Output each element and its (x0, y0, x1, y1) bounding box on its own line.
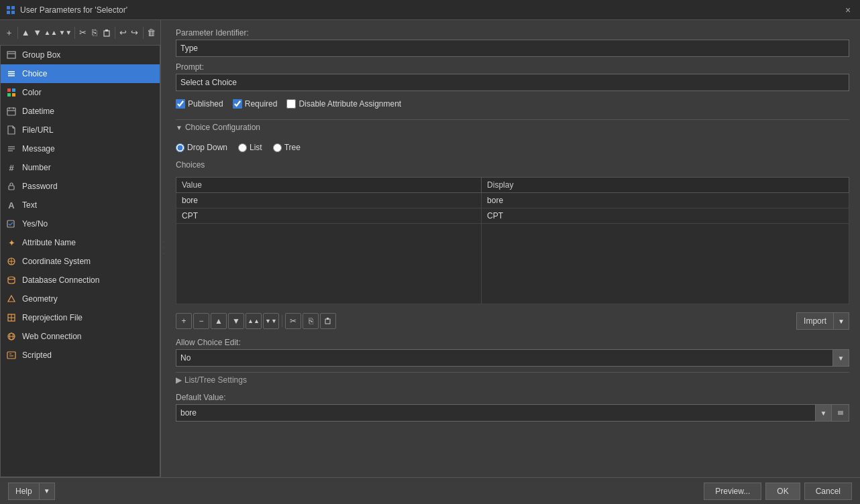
parameter-identifier-section: Parameter Identifier: (176, 28, 849, 57)
table-row[interactable]: CPT CPT (176, 208, 849, 224)
svg-rect-3 (11, 11, 15, 14)
import-button[interactable]: Import (796, 312, 834, 330)
help-dropdown-button[interactable]: ▼ (40, 483, 55, 500)
menu-item-text[interactable]: A Text (1, 196, 160, 214)
remove-row-button[interactable]: − (193, 313, 209, 329)
choice-configuration-header[interactable]: ▼ Choice Configuration (176, 119, 849, 135)
menu-item-choice[interactable]: Choice (1, 64, 160, 83)
number-label: Number (22, 163, 51, 172)
redo-button[interactable]: ↪ (129, 25, 140, 41)
table-cell-value: CPT (176, 208, 482, 224)
cut-button[interactable]: ✂ (78, 25, 89, 41)
import-dropdown-button[interactable]: ▼ (834, 312, 849, 330)
web-connection-label: Web Connection (22, 332, 82, 341)
password-label: Password (22, 182, 58, 191)
svg-rect-11 (7, 88, 11, 92)
table-toolbar: + − ▲ ▼ ▲▲ ▼▼ ✂ ⎘ Import ▼ (176, 310, 849, 332)
tree-radio[interactable] (273, 143, 282, 152)
copy-button[interactable]: ⎘ (89, 25, 100, 41)
prompt-input[interactable] (176, 74, 849, 91)
prompt-label: Prompt: (176, 62, 849, 72)
reprojection-file-label: Reprojection File (22, 313, 83, 322)
help-button[interactable]: Help (8, 483, 40, 500)
database-connection-icon (6, 275, 17, 286)
menu-item-message[interactable]: Message (1, 139, 160, 158)
svg-rect-41 (327, 318, 329, 320)
published-label: Published (188, 99, 223, 109)
row-move-up-button[interactable]: ▲ (211, 313, 227, 329)
preview-label: Preview... (715, 487, 750, 496)
add-row-button[interactable]: + (176, 313, 192, 329)
message-icon (6, 143, 17, 154)
cancel-button[interactable]: Cancel (804, 483, 852, 500)
row-to-bottom-button[interactable]: ▼▼ (263, 313, 279, 329)
allow-choice-edit-arrow[interactable]: ▼ (833, 349, 849, 367)
move-up-button[interactable]: ▲ (20, 25, 31, 41)
allow-choice-edit-select[interactable]: No Yes (176, 349, 833, 367)
table-row[interactable]: bore bore (176, 193, 849, 208)
import-label: Import (804, 316, 826, 326)
list-tree-chevron: ▶ (176, 375, 182, 385)
default-value-dropdown-arrow[interactable]: ▼ (816, 404, 832, 422)
menu-list: Group Box Choice Color Dat (0, 46, 160, 477)
preview-button[interactable]: Preview... (704, 483, 761, 500)
list-tree-settings-section[interactable]: ▶ List/Tree Settings (176, 372, 849, 387)
geometry-label: Geometry (22, 294, 58, 304)
table-sep1 (282, 315, 282, 327)
menu-item-password[interactable]: Password (1, 177, 160, 196)
menu-item-datetime[interactable]: Datetime (1, 102, 160, 121)
menu-item-web-connection[interactable]: Web Connection (1, 327, 160, 346)
menu-item-database-connection[interactable]: Database Connection (1, 271, 160, 290)
number-icon: # (6, 162, 17, 173)
parameter-identifier-label: Parameter Identifier: (176, 28, 849, 38)
sep2 (74, 27, 75, 39)
menu-item-file-url[interactable]: File/URL (1, 121, 160, 139)
menu-item-geometry[interactable]: Geometry (1, 290, 160, 308)
default-value-select[interactable]: bore CPT (176, 404, 816, 422)
default-value-extra-button[interactable] (832, 404, 849, 422)
required-checkbox[interactable] (233, 99, 242, 109)
text-label: Text (22, 200, 37, 210)
delete-button[interactable]: 🗑 (146, 25, 156, 41)
menu-item-reprojection-file[interactable]: Reprojection File (1, 308, 160, 327)
cancel-label: Cancel (816, 487, 841, 496)
sep4 (143, 27, 144, 39)
choice-configuration-label: Choice Configuration (185, 123, 260, 132)
move-down-button[interactable]: ▼ (32, 25, 43, 41)
disable-attribute-checkbox[interactable] (286, 99, 296, 109)
yes-no-label: Yes/No (22, 219, 48, 229)
row-copy-button[interactable]: ⎘ (303, 313, 319, 329)
paste-button[interactable] (101, 25, 112, 41)
menu-item-group-box[interactable]: Group Box (1, 46, 160, 64)
menu-item-attribute-name[interactable]: ✦ Attribute Name (1, 233, 160, 252)
dropdown-radio[interactable] (176, 143, 184, 152)
row-cut-button[interactable]: ✂ (285, 313, 301, 329)
attribute-name-icon: ✦ (6, 237, 17, 248)
parameter-identifier-input[interactable] (176, 40, 849, 57)
move-top-button[interactable]: ▲▲ (44, 25, 58, 41)
close-button[interactable]: × (841, 3, 855, 17)
bottom-bar: Help ▼ Preview... OK Cancel (0, 477, 860, 504)
default-value-section: Default Value: bore CPT ▼ (176, 393, 849, 422)
list-radio[interactable] (238, 143, 247, 152)
row-move-down-button[interactable]: ▼ (228, 313, 244, 329)
main-content: ＋ ▲ ▼ ▲▲ ▼▼ ✂ ⎘ ↩ ↪ 🗑 Group (0, 20, 860, 477)
published-checkbox[interactable] (176, 99, 185, 109)
tree-radio-item: Tree (273, 143, 301, 152)
row-to-top-button[interactable]: ▲▲ (246, 313, 262, 329)
menu-item-scripted[interactable]: Scripted (1, 346, 160, 365)
move-bottom-button[interactable]: ▼▼ (58, 25, 72, 41)
add-button[interactable]: ＋ (4, 25, 15, 41)
value-column-header: Value (176, 178, 482, 193)
menu-item-coordinate-system[interactable]: Coordinate System (1, 252, 160, 271)
menu-item-color[interactable]: Color (1, 83, 160, 102)
choice-icon (6, 68, 17, 79)
ok-button[interactable]: OK (765, 483, 800, 500)
title-bar: User Parameters for 'Selector' × (0, 0, 860, 20)
undo-button[interactable]: ↩ (117, 25, 128, 41)
menu-item-number[interactable]: # Number (1, 158, 160, 177)
file-url-label: File/URL (22, 125, 54, 135)
menu-item-yes-no[interactable]: Yes/No (1, 214, 160, 233)
row-paste-button[interactable] (320, 313, 336, 329)
datetime-label: Datetime (22, 107, 54, 116)
